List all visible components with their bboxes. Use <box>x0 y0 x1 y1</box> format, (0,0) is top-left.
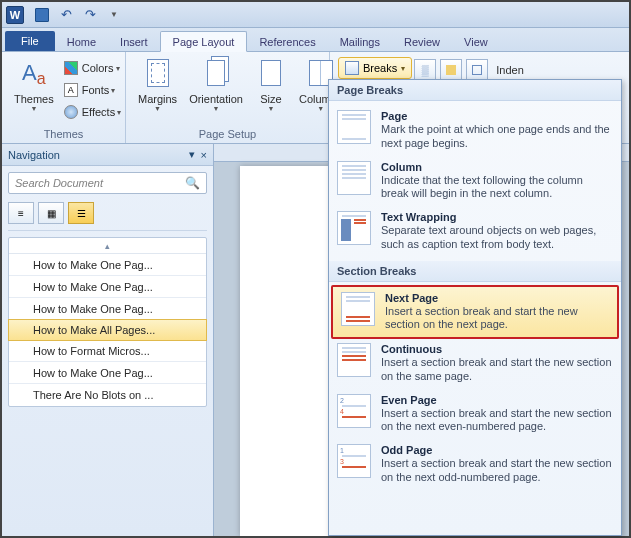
group-label-themes: Themes <box>8 126 119 143</box>
page-borders-button[interactable] <box>466 59 488 81</box>
nav-item[interactable]: How to Make One Pag... <box>9 254 206 276</box>
undo-icon: ↶ <box>61 7 72 22</box>
break-page-icon <box>337 110 371 144</box>
nav-item[interactable]: How to Make One Pag... <box>9 362 206 384</box>
pages-icon: ▦ <box>47 208 56 219</box>
effects-icon <box>64 105 78 119</box>
ribbon-tabs: File Home Insert Page Layout References … <box>2 28 629 52</box>
section-next-page-icon <box>341 292 375 326</box>
orientation-button[interactable]: Orientation▼ <box>183 55 249 115</box>
qat-save[interactable] <box>30 4 54 26</box>
chevron-down-icon: ▼ <box>30 105 37 113</box>
results-icon: ☰ <box>77 208 86 219</box>
nav-item-selected[interactable]: How to Make All Pages... <box>8 319 207 341</box>
tab-file[interactable]: File <box>5 31 55 51</box>
group-page-setup: Margins▼ Orientation▼ Size▼ Columns▼ Pag… <box>126 52 330 143</box>
search-placeholder: Search Document <box>15 177 185 189</box>
section-even-page-icon: 24 <box>337 394 371 428</box>
indent-label: Inden <box>496 64 524 76</box>
watermark-button[interactable]: ▒ <box>414 59 436 81</box>
break-column[interactable]: ColumnIndicate that the text following t… <box>329 156 621 207</box>
word-app-icon: W <box>6 6 24 24</box>
chevron-down-icon: ▾ <box>401 64 405 73</box>
size-button[interactable]: Size▼ <box>249 55 293 115</box>
headings-icon: ≡ <box>18 208 24 219</box>
breaks-dropdown: Page Breaks PageMark the point at which … <box>328 79 622 536</box>
group-themes: Aa Themes ▼ Colors▾ AFonts▾ Effects▾ The… <box>2 52 126 143</box>
navigation-header: Navigation ▾ × <box>2 144 213 166</box>
break-page[interactable]: PageMark the point at which one page end… <box>329 105 621 156</box>
theme-effects[interactable]: Effects▾ <box>60 101 125 123</box>
nav-view-pages[interactable]: ▦ <box>38 202 64 224</box>
quick-access-toolbar: W ↶ ↷ ▼ <box>2 2 629 28</box>
section-header-section-breaks: Section Breaks <box>329 261 621 282</box>
tab-view[interactable]: View <box>452 32 500 51</box>
section-break-next-page[interactable]: Next PageInsert a section break and star… <box>331 285 619 340</box>
break-text-wrapping-icon <box>337 211 371 245</box>
break-column-icon <box>337 161 371 195</box>
margins-button[interactable]: Margins▼ <box>132 55 183 115</box>
save-icon <box>35 8 49 22</box>
pin-icon[interactable]: ▾ <box>189 148 195 161</box>
group-label-page-setup: Page Setup <box>132 126 323 143</box>
nav-item[interactable]: How to Format Micros... <box>9 340 206 362</box>
colors-icon <box>64 61 78 75</box>
margins-icon <box>142 57 174 89</box>
nav-item[interactable]: There Are No Blots on ... <box>9 384 206 406</box>
nav-item[interactable]: How to Make One Pag... <box>9 276 206 298</box>
page-color-button[interactable] <box>440 59 462 81</box>
navigation-list: ▴ How to Make One Pag... How to Make One… <box>8 237 207 407</box>
search-input[interactable]: Search Document 🔍 <box>8 172 207 194</box>
size-icon <box>255 57 287 89</box>
breaks-button[interactable]: Breaks ▾ <box>338 57 412 79</box>
tab-mailings[interactable]: Mailings <box>328 32 392 51</box>
section-break-even-page[interactable]: 24 Even PageInsert a section break and s… <box>329 389 621 440</box>
nav-item[interactable]: How to Make One Pag... <box>9 298 206 320</box>
chevron-down-icon: ▼ <box>110 10 118 19</box>
fonts-icon: A <box>64 83 78 97</box>
breaks-icon <box>345 61 359 75</box>
themes-icon: Aa <box>18 57 50 89</box>
watermark-icon: ▒ <box>422 65 429 76</box>
navigation-pane: Navigation ▾ × Search Document 🔍 ≡ ▦ ☰ ▴… <box>2 144 214 536</box>
themes-button[interactable]: Aa Themes ▼ <box>8 55 60 115</box>
search-icon[interactable]: 🔍 <box>185 176 200 190</box>
qat-customize[interactable]: ▼ <box>102 4 126 26</box>
qat-redo[interactable]: ↷ <box>78 4 102 26</box>
section-continuous-icon <box>337 343 371 377</box>
page-borders-icon <box>472 65 482 75</box>
page-color-icon <box>446 65 456 75</box>
theme-fonts[interactable]: AFonts▾ <box>60 79 125 101</box>
scroll-up[interactable]: ▴ <box>9 238 206 254</box>
section-odd-page-icon: 13 <box>337 444 371 478</box>
tab-home[interactable]: Home <box>55 32 108 51</box>
tab-insert[interactable]: Insert <box>108 32 160 51</box>
section-header-page-breaks: Page Breaks <box>329 80 621 101</box>
tab-review[interactable]: Review <box>392 32 452 51</box>
nav-view-results[interactable]: ☰ <box>68 202 94 224</box>
theme-colors[interactable]: Colors▾ <box>60 57 125 79</box>
nav-view-toggles: ≡ ▦ ☰ <box>8 202 207 231</box>
section-break-continuous[interactable]: ContinuousInsert a section break and sta… <box>329 338 621 389</box>
redo-icon: ↷ <box>85 7 96 22</box>
orientation-icon <box>200 57 232 89</box>
nav-view-headings[interactable]: ≡ <box>8 202 34 224</box>
qat-undo[interactable]: ↶ <box>54 4 78 26</box>
break-text-wrapping[interactable]: Text WrappingSeparate text around object… <box>329 206 621 257</box>
section-break-odd-page[interactable]: 13 Odd PageInsert a section break and st… <box>329 439 621 490</box>
tab-page-layout[interactable]: Page Layout <box>160 31 248 52</box>
close-icon[interactable]: × <box>201 149 207 161</box>
tab-references[interactable]: References <box>247 32 327 51</box>
